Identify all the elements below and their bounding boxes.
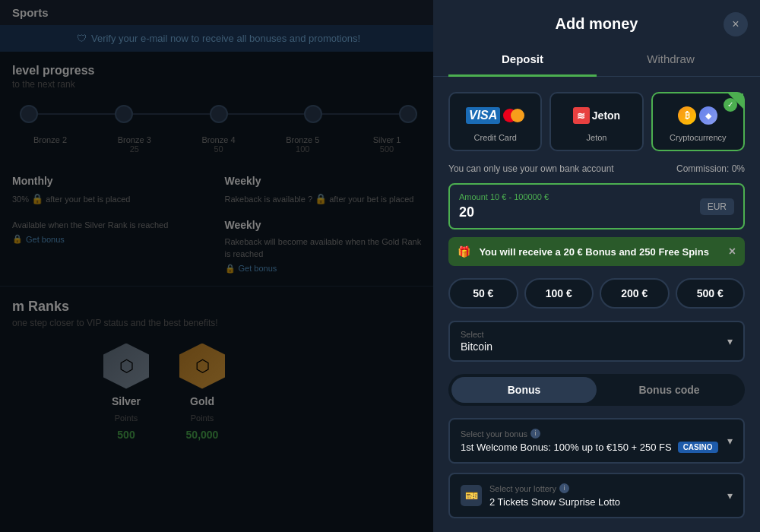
tab-withdraw[interactable]: Withdraw (597, 45, 745, 77)
info-row: You can only use your own bank account C… (448, 163, 745, 174)
bank-account-info: You can only use your own bank account (448, 163, 614, 174)
bonus-selector-value: 1st Welcome Bonus: 100% up to €150 + 250… (461, 442, 718, 453)
payment-card-crypto[interactable]: ₿ ◆ Cryptocurrency (651, 92, 745, 151)
lottery-selector-label: Select your lottery i (489, 483, 620, 493)
quick-200[interactable]: 200 € (600, 278, 670, 309)
bitcoin-icon: ₿ (678, 106, 696, 125)
quick-50[interactable]: 50 € (448, 278, 518, 309)
amount-input-inner: Amount 10 € - 100000 € (459, 192, 549, 220)
mc-circle-yellow (511, 109, 524, 122)
quick-500[interactable]: 500 € (676, 278, 746, 309)
crypto-select-value: Bitcoin (461, 340, 492, 353)
quick-amounts: 50 € 100 € 200 € 500 € (448, 278, 745, 309)
selected-corner (728, 93, 743, 109)
sub-tabs: Bonus Bonus code (448, 374, 745, 406)
visa-icon: VISA (466, 107, 500, 124)
lottery-selector-text: Select your lottery i 2 Tickets Snow Sur… (489, 483, 620, 508)
crypto-label: Cryptocurrency (670, 133, 727, 142)
lottery-chevron-icon: ▾ (727, 489, 733, 502)
bonus-chevron-icon: ▾ (727, 435, 733, 447)
crypto-select-inner: Select Bitcoin (461, 330, 492, 353)
bonus-notif-text: You will receive a 20 € Bonus and 250 Fr… (479, 246, 709, 258)
tab-deposit[interactable]: Deposit (448, 45, 597, 77)
currency-badge: EUR (700, 198, 734, 215)
jeton-logo: ≋ Jeton (573, 104, 620, 127)
visa-mc-icons: VISA (466, 107, 524, 124)
add-money-modal: Add money × Deposit Withdraw VISA Credi (433, 0, 760, 532)
amount-input[interactable] (459, 204, 520, 220)
modal-body: VISA Credit Card ≋ Jeton Jeto (433, 77, 760, 532)
quick-100[interactable]: 100 € (524, 278, 594, 309)
bonus-selector-right: ▾ (727, 435, 733, 447)
lottery-selector-value: 2 Tickets Snow Surprise Lotto (489, 496, 620, 508)
bonus-notification: 🎁 You will receive a 20 € Bonus and 250 … (448, 237, 745, 266)
bonus-selector-left: Select your bonus i 1st Welcome Bonus: 1… (461, 429, 718, 453)
amount-label: Amount 10 € - 100000 € (459, 192, 549, 201)
payment-card-jeton[interactable]: ≋ Jeton Jeton (549, 92, 643, 151)
jeton-brand: ≋ Jeton (573, 107, 620, 124)
close-button[interactable]: × (724, 12, 748, 36)
sub-tab-code[interactable]: Bonus code (597, 377, 742, 403)
credit-card-label: Credit Card (474, 133, 517, 142)
lottery-selector[interactable]: 🎫 Select your lottery i 2 Tickets Snow S… (448, 473, 745, 518)
commission-info: Commission: 0% (676, 163, 745, 174)
jeton-text: Jeton (592, 109, 620, 122)
crypto-icons: ₿ ◆ (678, 106, 717, 125)
lottery-info-icon: i (559, 483, 569, 493)
payment-card-credit[interactable]: VISA Credit Card (448, 92, 542, 151)
casino-badge: CASINO (678, 442, 718, 453)
crypto-select[interactable]: Select Bitcoin ▾ (448, 321, 745, 362)
jeton-label: Jeton (587, 133, 607, 142)
bonus-info-icon: i (530, 429, 540, 439)
sub-tab-bonus[interactable]: Bonus (451, 377, 597, 403)
modal-header: Add money × (433, 0, 760, 45)
chevron-down-icon: ▾ (727, 335, 733, 347)
payment-methods: VISA Credit Card ≋ Jeton Jeto (448, 92, 745, 151)
jeton-icon: ≋ (573, 107, 590, 124)
lottery-icon: 🎫 (461, 485, 482, 506)
gift-icon: 🎁 (458, 245, 470, 258)
modal-title: Add money (556, 15, 638, 33)
lottery-selector-inner: 🎫 Select your lottery i 2 Tickets Snow S… (461, 483, 620, 508)
crypto-select-label: Select (461, 330, 492, 339)
bonus-selector-label: Select your bonus i (461, 429, 718, 439)
bonus-close-button[interactable]: × (729, 245, 736, 258)
mastercard-icon (503, 109, 524, 122)
bonus-selector[interactable]: Select your bonus i 1st Welcome Bonus: 1… (448, 418, 745, 464)
amount-input-wrap[interactable]: Amount 10 € - 100000 € EUR (448, 183, 745, 230)
crypto-logos: ₿ ◆ (678, 104, 717, 127)
credit-card-logo: VISA (466, 104, 524, 127)
ethereum-icon: ◆ (699, 106, 717, 125)
modal-tabs: Deposit Withdraw (433, 45, 760, 77)
